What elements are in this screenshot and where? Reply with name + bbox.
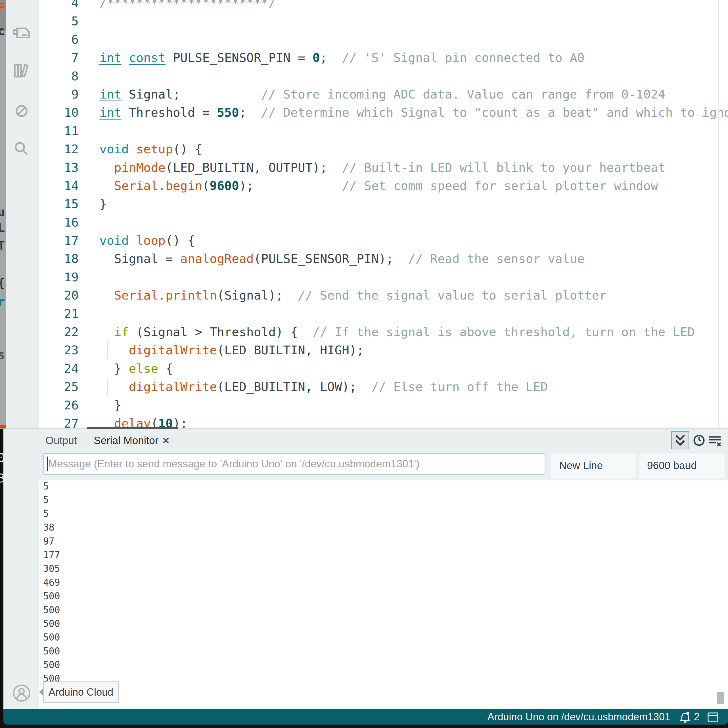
code-line[interactable]: 8 [0,67,728,85]
code-line[interactable]: 9int Signal; // Store incoming ADC data.… [0,85,728,103]
tab-serial-monitor[interactable]: Serial Monitor [94,434,158,447]
serial-output-line: 177 [43,548,60,562]
code-line[interactable]: 5 [0,12,728,30]
tooltip-arrow [39,688,43,696]
text-caret [47,457,48,471]
baud-rate-select[interactable]: 9600 baud [639,453,725,478]
code-line[interactable]: 13 pinMode(LED_BUILTIN, OUTPUT); // Buil… [0,158,728,177]
serial-output-line: 500 [43,617,60,631]
screen-edge-glyph: c [0,24,5,38]
code-text: pinMode(LED_BUILTIN, OUTPUT); // Built-i… [99,158,665,177]
code-line[interactable]: 23 digitalWrite(LED_BUILTIN, HIGH); [0,341,728,359]
code-line[interactable]: 16 [0,213,728,231]
screen-edge-glyph: { [0,276,5,290]
indent-guide [107,341,108,359]
code-text: Serial.println(Signal); // Send the sign… [99,286,606,304]
code-line[interactable]: 19 [0,268,728,286]
panel-layout-icon [707,711,719,723]
serial-output-line: 5 [43,480,60,493]
code-text: if (Signal > Threshold) { // If the sign… [99,323,695,341]
library-manager-icon[interactable] [11,60,32,82]
code-line[interactable]: 14 Serial.begin(9600); // Set comm speed… [0,177,728,195]
account-button[interactable] [12,684,31,702]
code-text: int const PULSE_SENSOR_PIN = 0; // 'S' S… [99,49,584,67]
clear-output-icon [708,434,722,449]
horizontal-scrollbar-thumb[interactable] [87,427,178,429]
serial-output-line: 500 [43,589,60,603]
screen-edge-glyph: F [0,1,5,14]
arduino-cloud-tooltip: Arduino Cloud [43,681,119,703]
notification-count[interactable]: 2 [694,709,700,725]
baud-rate-value: 9600 baud [647,460,697,472]
code-line[interactable]: 15} [0,195,728,213]
code-text: } [99,195,107,213]
screen-edge-glyph: 3 [0,471,3,485]
code-line[interactable]: 4/**********************/ [0,0,728,12]
board-port-status[interactable]: Arduino Uno on /dev/cu.usbmodem1301 [488,709,670,725]
double-chevron-down-icon [672,432,688,449]
boards-manager-icon[interactable] [11,21,32,43]
notifications-button[interactable] [679,711,692,724]
serial-output-line: 5 [43,507,60,521]
code-text: } [99,396,122,414]
serial-output-line: 500 [43,603,60,617]
serial-output-line: 500 [43,631,60,644]
serial-output-line: 305 [43,562,60,575]
screen-edge-artifact-bottom: 03 [0,429,3,728]
code-line[interactable]: 20 Serial.println(Signal); // Send the s… [0,286,728,304]
code-line[interactable]: 17void loop() { [0,231,728,249]
screen-edge-glyph: L [0,221,5,235]
code-text: } else { [99,359,173,378]
code-text: Signal = analogRead(PULSE_SENSOR_PIN); /… [99,249,584,268]
debug-icon[interactable] [11,100,32,122]
serial-output-line: 97 [43,535,60,548]
code-text: void loop() { [99,231,195,249]
code-line[interactable]: 10int Threshold = 550; // Determine whic… [0,103,728,122]
code-line[interactable]: 11 [0,122,728,140]
status-bar: Arduino Uno on /dev/cu.usbmodem1301 2 [3,709,728,725]
code-line[interactable]: 22 if (Signal > Threshold) { // If the s… [0,323,728,341]
screen-edge-artifact: FcuLT{rs [0,0,6,429]
editor-scrollbar-track[interactable] [718,0,719,428]
screen-edge-glyph: r [0,295,5,309]
indent-guide [107,378,108,396]
code-editor[interactable]: 4/**********************/567int const PU… [0,0,728,428]
screen-edge-glyph: u [0,205,5,219]
clear-output-button[interactable] [708,434,722,450]
code-text: digitalWrite(LED_BUILTIN, LOW); // Else … [99,378,548,396]
serial-output-line: 500 [43,644,60,658]
code-text: int Threshold = 550; // Determine which … [99,103,728,122]
tab-output[interactable]: Output [46,434,77,447]
code-line[interactable]: 26 } [0,396,728,414]
code-line[interactable]: 21 [0,305,728,323]
toggle-timestamp-button[interactable] [692,434,706,448]
code-line[interactable]: 27 delay(10); [0,414,728,428]
serial-message-input[interactable] [43,453,545,475]
indent-guide [99,158,100,195]
code-text: /**********************/ [99,0,276,12]
serial-output-line: 5 [43,493,60,507]
indent-guide [99,249,100,428]
serial-output-area[interactable]: 5553897177305469500500500500500500500500 [39,480,728,710]
activity-sidebar [3,0,39,710]
code-line[interactable]: 25 digitalWrite(LED_BUILTIN, LOW); // El… [0,378,728,396]
toggle-panel-button[interactable] [707,711,719,723]
tooltip-label: Arduino Cloud [49,686,113,698]
search-icon[interactable] [11,138,32,159]
bell-icon [679,711,692,724]
account-icon [12,684,31,702]
code-line[interactable]: 24 } else { [0,359,728,378]
code-text: digitalWrite(LED_BUILTIN, HIGH); [99,341,364,359]
code-line[interactable]: 7int const PULSE_SENSOR_PIN = 0; // 'S' … [0,49,728,67]
serial-output-line: 38 [43,521,60,534]
close-icon[interactable]: ✕ [162,434,170,447]
line-ending-select[interactable]: New Line [551,453,636,478]
code-line[interactable]: 6 [0,31,728,49]
output-scrollbar-thumb[interactable] [717,692,724,704]
code-text: Serial.begin(9600); // Set comm speed fo… [99,177,658,195]
code-line[interactable]: 18 Signal = analogRead(PULSE_SENSOR_PIN)… [0,249,728,268]
toggle-autoscroll-button[interactable] [671,431,689,449]
code-line[interactable]: 12void setup() { [0,140,728,158]
screen-edge-glyph: T [0,239,5,252]
code-text: void setup() { [99,140,202,158]
